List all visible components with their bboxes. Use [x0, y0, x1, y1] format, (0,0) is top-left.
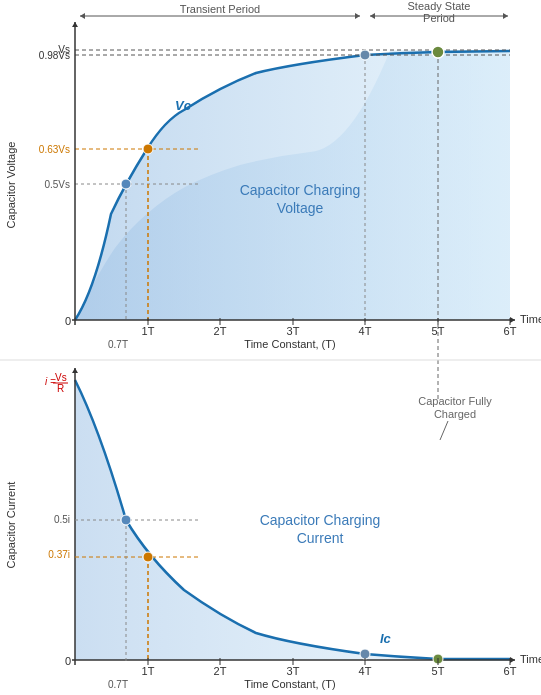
- svg-text:Period: Period: [423, 12, 455, 24]
- svg-text:Time, t: Time, t: [520, 313, 541, 325]
- svg-marker-11: [72, 22, 78, 27]
- svg-text:0.5Vs: 0.5Vs: [44, 179, 70, 190]
- svg-text:5T: 5T: [432, 325, 445, 337]
- svg-text:2T: 2T: [214, 325, 227, 337]
- svg-marker-50: [510, 657, 515, 663]
- svg-text:1T: 1T: [142, 665, 155, 677]
- svg-text:Capacitor Voltage: Capacitor Voltage: [5, 142, 17, 229]
- svg-text:0.5i: 0.5i: [54, 514, 70, 525]
- svg-marker-41: [355, 13, 360, 19]
- svg-text:6T: 6T: [504, 325, 517, 337]
- svg-text:0.98Vs: 0.98Vs: [39, 50, 70, 61]
- svg-text:6T: 6T: [504, 665, 517, 677]
- origin-label: 0: [65, 315, 71, 327]
- svg-point-36: [143, 144, 153, 154]
- svg-text:Ic: Ic: [380, 631, 392, 646]
- svg-text:Vc: Vc: [175, 98, 192, 113]
- svg-text:1T: 1T: [142, 325, 155, 337]
- svg-text:Steady State: Steady State: [408, 0, 471, 12]
- svg-text:Capacitor Fully: Capacitor Fully: [418, 395, 492, 407]
- svg-point-38: [432, 46, 444, 58]
- svg-text:3T: 3T: [287, 325, 300, 337]
- svg-point-37: [360, 50, 370, 60]
- main-svg: 0 1T 2T 3T 4T 5T 6T 0.7T Time Constant, …: [0, 0, 541, 695]
- svg-text:5T: 5T: [432, 665, 445, 677]
- svg-text:4T: 4T: [359, 325, 372, 337]
- svg-point-65: [143, 552, 153, 562]
- chart-container: 0 1T 2T 3T 4T 5T 6T 0.7T Time Constant, …: [0, 0, 541, 695]
- svg-text:Capacitor Current: Capacitor Current: [5, 482, 17, 569]
- svg-text:4T: 4T: [359, 665, 372, 677]
- svg-marker-44: [370, 13, 375, 19]
- svg-text:Current: Current: [297, 530, 344, 546]
- svg-point-66: [360, 649, 370, 659]
- svg-text:2T: 2T: [214, 665, 227, 677]
- svg-text:Time Constant, (T): Time Constant, (T): [244, 678, 335, 690]
- svg-marker-45: [503, 13, 508, 19]
- svg-text:0.7T: 0.7T: [108, 339, 128, 350]
- svg-marker-9: [510, 317, 515, 323]
- svg-text:R: R: [57, 383, 64, 394]
- svg-text:Voltage: Voltage: [277, 200, 324, 216]
- svg-marker-52: [72, 368, 78, 373]
- svg-text:0: 0: [65, 655, 71, 667]
- svg-text:Capacitor Charging: Capacitor Charging: [240, 182, 361, 198]
- svg-text:0.63Vs: 0.63Vs: [39, 144, 70, 155]
- svg-text:Transient Period: Transient Period: [180, 3, 260, 15]
- svg-text:0.37i: 0.37i: [48, 549, 70, 560]
- svg-point-64: [121, 515, 131, 525]
- svg-text:Capacitor Charging: Capacitor Charging: [260, 512, 381, 528]
- svg-line-90: [440, 421, 448, 440]
- svg-text:Vs: Vs: [55, 372, 67, 383]
- svg-text:Time Constant, (T): Time Constant, (T): [244, 338, 335, 350]
- svg-text:Time, t: Time, t: [520, 653, 541, 665]
- svg-marker-40: [80, 13, 85, 19]
- svg-text:Charged: Charged: [434, 408, 476, 420]
- svg-text:3T: 3T: [287, 665, 300, 677]
- svg-point-35: [121, 179, 131, 189]
- svg-text:0.7T: 0.7T: [108, 679, 128, 690]
